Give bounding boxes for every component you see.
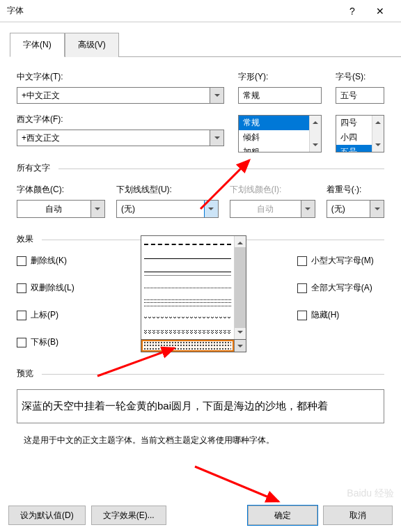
en-font-combo[interactable]	[17, 130, 224, 146]
style-input[interactable]	[238, 87, 322, 104]
style-option[interactable]: 常规	[239, 116, 309, 130]
style-option[interactable]: 加粗	[239, 145, 309, 152]
set-default-button[interactable]: 设为默认值(D)	[8, 506, 86, 525]
tab-advanced[interactable]: 高级(V)	[65, 33, 119, 57]
underline-option[interactable]	[141, 236, 234, 251]
checkbox-小型大写字母M[interactable]: 小型大写字母(M)	[297, 255, 374, 267]
window-title: 字体	[7, 5, 338, 17]
preview-note: 这是用于中文的正文主题字体。当前文档主题定义将使用哪种字体。	[24, 435, 377, 446]
font-color-label: 字体颜色(C):	[17, 184, 105, 196]
text-effects-button[interactable]: 文字效果(E)...	[91, 506, 166, 525]
underline-option[interactable]	[141, 295, 234, 310]
underline-dropdown-open[interactable]	[141, 235, 246, 352]
underline-color-combo: 自动	[230, 200, 315, 218]
watermark: Baidu 经验	[347, 487, 394, 500]
checkbox-box[interactable]	[297, 256, 307, 266]
checkbox-box[interactable]	[297, 311, 307, 320]
underline-combo[interactable]: (无)	[116, 200, 219, 218]
size-input[interactable]	[336, 87, 384, 104]
chevron-down-icon	[301, 201, 315, 217]
checkbox-全部大写字母A[interactable]: 全部大写字母(A)	[297, 282, 374, 294]
underline-option[interactable]	[141, 324, 234, 339]
checkbox-双删除线L[interactable]: 双删除线(L)	[17, 282, 74, 294]
size-option[interactable]: 五号	[336, 145, 372, 152]
underline-option[interactable]	[141, 310, 234, 324]
underline-option[interactable]	[141, 280, 234, 295]
chevron-down-icon[interactable]	[370, 201, 384, 217]
checkbox-box[interactable]	[297, 283, 307, 293]
cn-font-combo[interactable]	[17, 87, 224, 104]
checkbox-删除线K[interactable]: 删除线(K)	[17, 255, 74, 267]
checkbox-上标P[interactable]: 上标(P)	[17, 309, 74, 321]
tab-font[interactable]: 字体(N)	[10, 33, 65, 57]
size-listbox[interactable]: 四号小四五号	[336, 115, 384, 152]
en-font-label: 西文字体(F):	[17, 114, 224, 125]
underline-option[interactable]	[141, 251, 234, 265]
chevron-down-icon[interactable]	[204, 201, 218, 217]
underline-label: 下划线线型(U):	[116, 184, 219, 196]
preview-group: 预览	[17, 368, 384, 380]
chevron-down-icon[interactable]	[91, 201, 104, 217]
scroll-down-icon[interactable]	[310, 141, 321, 152]
en-font-input[interactable]	[17, 133, 210, 143]
chevron-down-icon[interactable]	[210, 130, 223, 146]
emphasis-label: 着重号(·):	[327, 184, 384, 196]
close-button[interactable]: ✕	[366, 0, 394, 22]
scroll-down-icon[interactable]	[235, 328, 246, 339]
cn-font-input[interactable]	[17, 91, 210, 100]
tab-bar: 字体(N) 高级(V)	[10, 32, 401, 57]
scrollbar[interactable]	[234, 236, 246, 339]
ok-button[interactable]: 确定	[248, 506, 317, 525]
scrollbar[interactable]	[309, 116, 321, 152]
scrollbar[interactable]	[372, 116, 384, 152]
font-color-combo[interactable]: 自动	[17, 200, 105, 218]
help-button[interactable]: ?	[338, 0, 366, 22]
underline-option-selected[interactable]	[141, 340, 234, 352]
checkbox-box[interactable]	[17, 338, 26, 347]
checkbox-box[interactable]	[17, 311, 26, 320]
all-text-group: 所有文字	[17, 162, 384, 174]
preview-text: 深蓝的天空中挂着一轮金黄的bai圆月，下面是海边的沙地，都种着	[17, 389, 384, 423]
svg-line-2	[195, 467, 278, 501]
chevron-down-icon[interactable]	[234, 340, 246, 352]
checkbox-下标B[interactable]: 下标(B)	[17, 336, 74, 348]
scroll-up-icon[interactable]	[310, 116, 321, 127]
underline-option[interactable]	[141, 265, 234, 280]
size-option[interactable]: 小四	[336, 130, 372, 145]
scroll-up-icon[interactable]	[235, 236, 246, 247]
size-option[interactable]: 四号	[336, 116, 372, 130]
scroll-up-icon[interactable]	[372, 116, 384, 127]
chevron-down-icon[interactable]	[210, 88, 223, 103]
emphasis-combo[interactable]: (无)	[327, 200, 384, 218]
style-label: 字形(Y):	[238, 71, 322, 83]
scroll-down-icon[interactable]	[372, 141, 384, 152]
style-option[interactable]: 倾斜	[239, 130, 309, 145]
checkbox-box[interactable]	[17, 283, 26, 293]
footer: 设为默认值(D) 文字效果(E)... 确定 取消	[8, 506, 393, 525]
underline-color-label: 下划线颜色(I):	[230, 184, 315, 196]
cn-font-label: 中文字体(T):	[17, 71, 224, 83]
cancel-button[interactable]: 取消	[323, 506, 393, 525]
checkbox-box[interactable]	[17, 256, 26, 266]
checkbox-隐藏H[interactable]: 隐藏(H)	[297, 309, 374, 321]
size-label: 字号(S):	[336, 71, 384, 83]
title-bar: 字体 ? ✕	[0, 0, 401, 22]
style-listbox[interactable]: 常规倾斜加粗	[238, 115, 322, 152]
